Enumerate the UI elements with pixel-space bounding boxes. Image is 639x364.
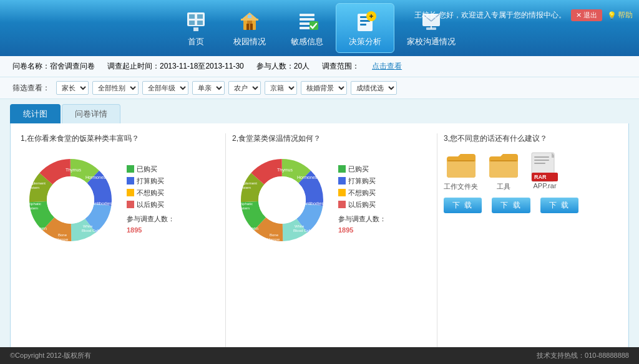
svg-point-59 xyxy=(258,176,306,224)
chart2-legend: 已购买 打算购买 不想购买 以后购买 参与调查人数： xyxy=(338,165,386,236)
nav-home[interactable]: 首页 xyxy=(171,4,221,52)
svg-text:Complement: Complement xyxy=(236,181,257,185)
header: 首页 校园情况 xyxy=(0,0,639,56)
copyright: ©Copyright 2012-版权所有 xyxy=(10,351,91,360)
bulb-icon: 💡 xyxy=(607,11,617,20)
nav-campus[interactable]: 校园情况 xyxy=(221,4,278,52)
count-value: 1895 xyxy=(127,226,142,234)
svg-text:RAR: RAR xyxy=(534,174,547,180)
download-work-button[interactable]: 下 载 xyxy=(444,198,482,213)
scope-label: 调查范围： xyxy=(322,61,359,72)
files-downloads: 下 载 下 载 下 载 xyxy=(444,198,618,213)
folder-tools-icon xyxy=(488,151,519,180)
legend-label: 打算购买 xyxy=(137,176,164,186)
svg-rect-12 xyxy=(248,15,251,18)
svg-text:Thymus: Thymus xyxy=(66,168,81,173)
filter-education[interactable]: 核婚背景 xyxy=(301,81,347,95)
file-item-tools: 工具 xyxy=(488,151,519,191)
file-tools-name: 工具 xyxy=(497,182,510,191)
legend-item: 不想购买 xyxy=(127,188,175,198)
nav-decision[interactable]: 决策分析 xyxy=(336,3,394,53)
legend-count-value-row: 1895 xyxy=(127,226,175,234)
legend-label: 不想购买 xyxy=(137,188,164,198)
legend-item: 已购买 xyxy=(338,165,386,174)
count-label: 参与调查人数： xyxy=(127,214,175,224)
logout-button[interactable]: ✕ 退出 xyxy=(571,9,602,21)
svg-text:Marrow: Marrow xyxy=(267,237,280,241)
legend-color xyxy=(338,201,346,208)
help-button[interactable]: 💡 帮助 xyxy=(607,10,633,21)
campus-icon xyxy=(237,9,262,34)
x-icon: ✕ xyxy=(576,11,582,19)
filter-ethnicity[interactable]: 京籍 xyxy=(265,81,297,95)
svg-rect-4 xyxy=(197,21,203,25)
download-rar-button[interactable]: 下 载 xyxy=(540,198,578,213)
chart1-donut: Thymus Hormones Antibodies White Blood C… xyxy=(21,150,120,250)
filter-marital[interactable]: 单亲 xyxy=(192,81,225,95)
svg-rect-13 xyxy=(300,14,315,16)
tab-stats[interactable]: 统计图 xyxy=(10,104,61,123)
folder-work-icon xyxy=(446,151,477,180)
svg-text:Bone: Bone xyxy=(58,233,67,237)
count-value: 1895 xyxy=(338,226,353,234)
legend-color xyxy=(127,189,134,196)
date-range: 调查起止时间：2013-11-18至2013-11-30 xyxy=(107,61,244,72)
nav-sensitive[interactable]: 敏感信息 xyxy=(278,4,336,52)
scope-link[interactable]: 点击查看 xyxy=(372,61,402,72)
nav-decision-label: 决策分析 xyxy=(349,36,381,47)
filter-role[interactable]: 家长 xyxy=(56,81,89,95)
tab-detail[interactable]: 问卷详情 xyxy=(62,104,120,123)
help-label: 帮助 xyxy=(618,10,633,21)
filter-gender[interactable]: 全部性别 xyxy=(92,81,139,95)
filter-rural[interactable]: 农户 xyxy=(228,81,261,95)
nav-sensitive-label: 敏感信息 xyxy=(291,36,323,47)
svg-text:Hormones: Hormones xyxy=(85,175,106,180)
chart1-container: Thymus Hormones Antibodies White Blood C… xyxy=(21,150,219,250)
svg-rect-14 xyxy=(300,18,315,21)
svg-text:Antibodies: Antibodies xyxy=(92,201,112,206)
files-grid: 工作文件夹 工具 xyxy=(444,151,618,191)
svg-text:Complement: Complement xyxy=(24,181,46,185)
rar-file-icon: RAR xyxy=(529,151,560,180)
svg-text:White: White xyxy=(295,224,305,228)
file-item-rar: RAR APP.rar xyxy=(529,151,560,191)
svg-text:Lymphatic: Lymphatic xyxy=(236,202,253,206)
svg-text:Blood Cells: Blood Cells xyxy=(82,229,100,232)
svg-text:Antibodies: Antibodies xyxy=(303,201,324,206)
legend-count-row: 参与调查人数： xyxy=(127,214,175,224)
filter-performance[interactable]: 成绩优选 xyxy=(351,81,397,95)
legend-color xyxy=(338,189,346,196)
svg-rect-2 xyxy=(197,14,203,19)
file-work-name: 工作文件夹 xyxy=(444,182,478,191)
svg-text:Marrow: Marrow xyxy=(56,237,69,241)
tab-stats-label: 统计图 xyxy=(23,109,47,118)
header-right: 王校长 您好，欢迎进入专属于您的情报中心。 ✕ 退出 💡 帮助 xyxy=(414,9,633,21)
filter-label: 筛选查看： xyxy=(12,83,50,93)
filter-grade[interactable]: 全部年级 xyxy=(142,81,188,95)
decision-icon xyxy=(353,9,378,34)
svg-text:Hormones: Hormones xyxy=(297,175,318,180)
tab-detail-label: 问卷详情 xyxy=(75,109,107,118)
svg-rect-10 xyxy=(246,24,249,30)
legend-color xyxy=(338,177,346,184)
svg-text:System: System xyxy=(27,186,39,189)
svg-rect-29 xyxy=(431,26,432,29)
svg-rect-5 xyxy=(193,27,198,31)
legend-count-value-row: 1895 xyxy=(338,226,386,234)
svg-text:System: System xyxy=(238,186,251,189)
sensitive-icon xyxy=(295,9,320,34)
chart-section-2: 2,食堂菜类保温情况如何？ Thymus Hormones Antibodies xyxy=(232,133,437,350)
svg-text:Spleen: Spleen xyxy=(33,226,47,231)
legend-label: 打算购买 xyxy=(348,176,376,186)
svg-text:System: System xyxy=(26,206,38,210)
svg-text:Thymus: Thymus xyxy=(277,168,293,173)
legend-label: 以后购买 xyxy=(348,200,376,209)
svg-text:Spleen: Spleen xyxy=(245,226,258,231)
user-info: 王校长 您好，欢迎进入专属于您的情报中心。 xyxy=(414,10,566,21)
info-bar: 问卷名称：宿舍调查问卷 调查起止时间：2013-11-18至2013-11-30… xyxy=(0,56,639,77)
legend-label: 不想购买 xyxy=(348,188,376,198)
svg-rect-1 xyxy=(189,14,195,19)
filter-bar: 筛选查看： 家长 全部性别 全部年级 单亲 农户 京籍 核婚背景 成绩优选 xyxy=(0,77,639,99)
download-tools-button[interactable]: 下 载 xyxy=(492,198,530,213)
legend-color xyxy=(127,165,134,173)
